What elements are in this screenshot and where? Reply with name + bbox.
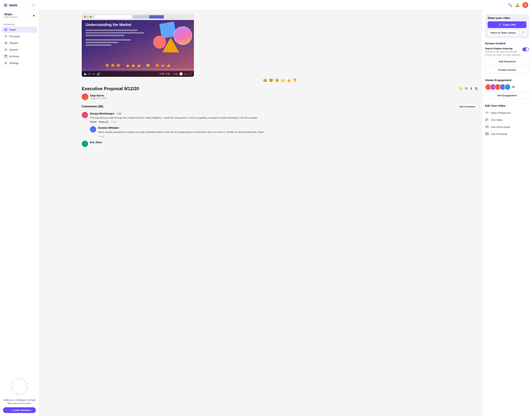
personal-icon [4,35,7,38]
react-3[interactable]: 😯 [275,78,279,82]
svg-line-5 [4,3,4,4]
search-button[interactable]: 🔍 [508,3,512,7]
loom-logo: loom [3,3,17,8]
collapse-sidebar-button[interactable]: ⊟ [31,3,36,8]
svg-rect-20 [4,55,7,56]
emoji-6: 👍 [137,64,141,67]
browser-tab-2 [149,15,164,19]
video-lines [85,29,150,46]
add-cta-label: Add Call-to-Action [491,126,511,128]
sidebar-bottom: Invite your colleagues and get the most … [0,372,39,416]
comment-actions-gordon: 1d ago [98,135,264,138]
download-button[interactable]: ⬇ [470,87,473,91]
emoji-reactions-bottom: 😂 😍 😯 🙌 👍 👎 [82,77,478,83]
invite-text: Invite your colleagues and get the most … [3,398,36,405]
cta-icon [485,125,489,129]
sidebar-item-starred[interactable]: Starred [1,47,37,53]
miniplayer-icon[interactable]: ⬜ [179,72,183,75]
avatar-eric [82,141,88,147]
comment-actions-soraya: Delete Reply (2) 1d ago [90,121,258,123]
add-cta-item[interactable]: Add Call-to-Action [485,123,529,131]
invite-members-button[interactable]: 👤+ Invite members [3,407,36,413]
presenter-face [174,27,191,44]
sidebar-item-settings-label: Settings [9,62,19,65]
custom-access-button[interactable]: Custom Access [485,66,529,73]
engagement-avatars: +5 [485,84,529,90]
svg-line-27 [13,380,15,382]
comment-item-1: Soraya Montenegro 1:20 The way that you … [82,112,478,123]
comment-author-soraya: Soraya Montenegro [90,112,114,115]
share-library-button[interactable]: Share to Team Library [488,30,519,36]
play-button[interactable]: ▶ [84,72,87,76]
delete-comment-button[interactable]: Delete [90,121,97,123]
video-line-4 [85,39,131,41]
browser-close-dot [84,16,86,18]
author-row: Deja Harris August 15, 2020 [82,94,478,100]
add-thumbnail-item[interactable]: Add Thumbnail [485,131,529,138]
svg-line-17 [6,42,6,43]
user-avatar[interactable]: D [522,2,528,8]
engagement-avatar-5 [504,84,511,90]
comment-content-eric: Eric Zhou [90,141,102,147]
video-preferences-item[interactable]: Video Preferences [485,109,529,116]
search-indexing-row: Search Engine Indexing Anyone on the web… [485,47,529,57]
browser-address-bar [94,15,131,19]
video-player[interactable]: Understanding the Market ↖ [82,14,194,77]
sidebar-item-settings[interactable]: Settings [1,60,37,66]
trim-video-item[interactable]: Trim Video [485,116,529,123]
sidebar-item-team[interactable]: Team [1,27,37,33]
emoji-10: 👍 [167,64,170,67]
copy-button[interactable]: ⧉ [465,87,468,91]
loom-logo-icon [3,3,8,8]
sidebar-item-archives[interactable]: Archives [1,53,37,60]
app-name: loom [9,3,17,7]
copy-link-button[interactable]: 🔗 Copy Link [488,21,526,28]
fullscreen-icon[interactable]: ⛶ [189,72,191,75]
sidebar-item-shared-label: Shared [9,42,18,45]
notification-button[interactable]: 🔔 [515,3,520,7]
share-more-button[interactable]: ⤴ [520,29,526,36]
copy-link-label: Copy Link [503,23,515,26]
delete-button[interactable]: 🗑 [475,87,478,91]
avatar-soraya [82,112,88,118]
playback-speed[interactable]: 1.2x [174,73,178,75]
svg-line-36 [16,393,17,395]
video-line-1 [85,29,138,31]
svg-rect-10 [6,28,7,29]
shared-icon [4,41,7,45]
react-6[interactable]: 👎 [293,78,297,82]
emoji-8: 😍 [156,64,159,67]
workspace-selector[interactable]: Shiplo 345 members ▾ [2,11,37,20]
video-slide-title: Understanding the Market [85,23,150,27]
reply-comment-button[interactable]: Reply (2) [99,121,108,123]
see-engagement-button[interactable]: See Engagement [485,92,529,99]
video-line-2 [85,32,144,34]
link-icon: 🔗 [499,23,502,26]
emoji-2: 😍 [111,64,115,67]
video-info: Executive Proposal 9/12/20 📁 ⧉ ⬇ 🗑 Deja … [82,83,478,100]
emoji-4: 👍 [126,64,129,67]
react-1[interactable]: 😂 [263,78,267,82]
add-comment-button[interactable]: Add Comment [456,104,478,109]
react-2[interactable]: 😍 [269,78,273,82]
volume-button[interactable]: 🔊 [97,72,100,76]
sidebar-item-personal[interactable]: Personal [1,33,37,39]
sidebar-item-shared[interactable]: Shared [1,40,37,46]
progress-bar[interactable] [82,69,194,69]
svg-line-43 [486,112,486,113]
browser-maximize-dot [90,16,92,18]
react-4[interactable]: 🙌 [281,78,285,82]
video-line-6 [85,44,111,46]
search-indexing-toggle[interactable] [522,47,529,51]
folder-button[interactable]: 📁 [459,87,463,91]
browser-bar [82,14,194,20]
topbar: 🔍 🔔 D [39,0,532,10]
react-5[interactable]: 👍 [287,78,291,82]
rewind-button[interactable]: ↩ [89,72,91,75]
add-password-button[interactable]: Add Password [485,58,529,65]
svg-line-6 [7,6,7,7]
theater-icon[interactable]: ▭ [185,72,187,75]
share-title: Share your video [488,16,526,19]
forward-button[interactable]: ↪ [92,72,95,75]
engagement-extra-count: +5 [512,85,514,88]
